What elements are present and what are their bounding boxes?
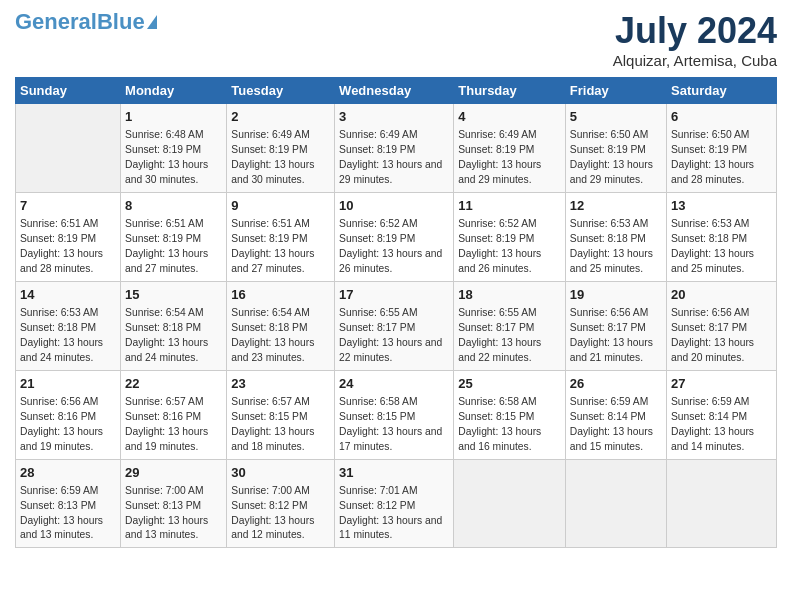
- day-number: 14: [20, 286, 116, 304]
- cell-info: Sunrise: 6:57 AMSunset: 8:16 PMDaylight:…: [125, 395, 222, 455]
- calendar-cell: [16, 104, 121, 193]
- col-monday: Monday: [121, 78, 227, 104]
- day-number: 29: [125, 464, 222, 482]
- day-number: 9: [231, 197, 330, 215]
- day-number: 21: [20, 375, 116, 393]
- calendar-cell: 18Sunrise: 6:55 AMSunset: 8:17 PMDayligh…: [454, 281, 566, 370]
- calendar-cell: 5Sunrise: 6:50 AMSunset: 8:19 PMDaylight…: [565, 104, 666, 193]
- cell-info: Sunrise: 7:00 AMSunset: 8:13 PMDaylight:…: [125, 484, 222, 544]
- calendar-table: Sunday Monday Tuesday Wednesday Thursday…: [15, 77, 777, 548]
- calendar-cell: 30Sunrise: 7:00 AMSunset: 8:12 PMDayligh…: [227, 459, 335, 548]
- cell-info: Sunrise: 6:51 AMSunset: 8:19 PMDaylight:…: [231, 217, 330, 277]
- cell-info: Sunrise: 6:59 AMSunset: 8:14 PMDaylight:…: [570, 395, 662, 455]
- calendar-cell: 31Sunrise: 7:01 AMSunset: 8:12 PMDayligh…: [335, 459, 454, 548]
- calendar-cell: 27Sunrise: 6:59 AMSunset: 8:14 PMDayligh…: [667, 370, 777, 459]
- cell-info: Sunrise: 6:52 AMSunset: 8:19 PMDaylight:…: [458, 217, 561, 277]
- cell-info: Sunrise: 6:53 AMSunset: 8:18 PMDaylight:…: [570, 217, 662, 277]
- calendar-cell: 25Sunrise: 6:58 AMSunset: 8:15 PMDayligh…: [454, 370, 566, 459]
- day-number: 12: [570, 197, 662, 215]
- day-number: 18: [458, 286, 561, 304]
- cell-info: Sunrise: 6:56 AMSunset: 8:17 PMDaylight:…: [671, 306, 772, 366]
- calendar-cell: [454, 459, 566, 548]
- cell-info: Sunrise: 6:54 AMSunset: 8:18 PMDaylight:…: [125, 306, 222, 366]
- calendar-week-1: 1Sunrise: 6:48 AMSunset: 8:19 PMDaylight…: [16, 104, 777, 193]
- cell-info: Sunrise: 6:49 AMSunset: 8:19 PMDaylight:…: [231, 128, 330, 188]
- cell-info: Sunrise: 6:54 AMSunset: 8:18 PMDaylight:…: [231, 306, 330, 366]
- cell-info: Sunrise: 6:59 AMSunset: 8:13 PMDaylight:…: [20, 484, 116, 544]
- calendar-cell: 1Sunrise: 6:48 AMSunset: 8:19 PMDaylight…: [121, 104, 227, 193]
- page: GeneralBlue July 2024 Alquizar, Artemisa…: [0, 0, 792, 558]
- calendar-cell: 28Sunrise: 6:59 AMSunset: 8:13 PMDayligh…: [16, 459, 121, 548]
- col-sunday: Sunday: [16, 78, 121, 104]
- calendar-cell: 13Sunrise: 6:53 AMSunset: 8:18 PMDayligh…: [667, 192, 777, 281]
- calendar-cell: 26Sunrise: 6:59 AMSunset: 8:14 PMDayligh…: [565, 370, 666, 459]
- cell-info: Sunrise: 6:51 AMSunset: 8:19 PMDaylight:…: [20, 217, 116, 277]
- calendar-cell: 10Sunrise: 6:52 AMSunset: 8:19 PMDayligh…: [335, 192, 454, 281]
- cell-info: Sunrise: 6:49 AMSunset: 8:19 PMDaylight:…: [339, 128, 449, 188]
- calendar-cell: 2Sunrise: 6:49 AMSunset: 8:19 PMDaylight…: [227, 104, 335, 193]
- calendar-cell: 22Sunrise: 6:57 AMSunset: 8:16 PMDayligh…: [121, 370, 227, 459]
- cell-info: Sunrise: 6:56 AMSunset: 8:17 PMDaylight:…: [570, 306, 662, 366]
- day-number: 13: [671, 197, 772, 215]
- calendar-cell: 16Sunrise: 6:54 AMSunset: 8:18 PMDayligh…: [227, 281, 335, 370]
- title-block: July 2024 Alquizar, Artemisa, Cuba: [613, 10, 777, 69]
- cell-info: Sunrise: 7:00 AMSunset: 8:12 PMDaylight:…: [231, 484, 330, 544]
- cell-info: Sunrise: 7:01 AMSunset: 8:12 PMDaylight:…: [339, 484, 449, 544]
- day-number: 22: [125, 375, 222, 393]
- day-number: 27: [671, 375, 772, 393]
- calendar-week-3: 14Sunrise: 6:53 AMSunset: 8:18 PMDayligh…: [16, 281, 777, 370]
- day-number: 28: [20, 464, 116, 482]
- day-number: 2: [231, 108, 330, 126]
- day-number: 24: [339, 375, 449, 393]
- cell-info: Sunrise: 6:59 AMSunset: 8:14 PMDaylight:…: [671, 395, 772, 455]
- calendar-cell: 12Sunrise: 6:53 AMSunset: 8:18 PMDayligh…: [565, 192, 666, 281]
- col-tuesday: Tuesday: [227, 78, 335, 104]
- calendar-week-2: 7Sunrise: 6:51 AMSunset: 8:19 PMDaylight…: [16, 192, 777, 281]
- calendar-cell: 7Sunrise: 6:51 AMSunset: 8:19 PMDaylight…: [16, 192, 121, 281]
- day-number: 6: [671, 108, 772, 126]
- day-number: 20: [671, 286, 772, 304]
- calendar-cell: 8Sunrise: 6:51 AMSunset: 8:19 PMDaylight…: [121, 192, 227, 281]
- calendar-cell: [565, 459, 666, 548]
- day-number: 16: [231, 286, 330, 304]
- day-number: 25: [458, 375, 561, 393]
- day-number: 4: [458, 108, 561, 126]
- logo: GeneralBlue: [15, 10, 157, 34]
- cell-info: Sunrise: 6:52 AMSunset: 8:19 PMDaylight:…: [339, 217, 449, 277]
- calendar-cell: 14Sunrise: 6:53 AMSunset: 8:18 PMDayligh…: [16, 281, 121, 370]
- calendar-cell: 4Sunrise: 6:49 AMSunset: 8:19 PMDaylight…: [454, 104, 566, 193]
- logo-text: GeneralBlue: [15, 10, 145, 34]
- day-number: 7: [20, 197, 116, 215]
- day-number: 10: [339, 197, 449, 215]
- cell-info: Sunrise: 6:49 AMSunset: 8:19 PMDaylight:…: [458, 128, 561, 188]
- cell-info: Sunrise: 6:53 AMSunset: 8:18 PMDaylight:…: [20, 306, 116, 366]
- day-number: 11: [458, 197, 561, 215]
- cell-info: Sunrise: 6:55 AMSunset: 8:17 PMDaylight:…: [458, 306, 561, 366]
- calendar-cell: 15Sunrise: 6:54 AMSunset: 8:18 PMDayligh…: [121, 281, 227, 370]
- day-number: 26: [570, 375, 662, 393]
- cell-info: Sunrise: 6:48 AMSunset: 8:19 PMDaylight:…: [125, 128, 222, 188]
- day-number: 19: [570, 286, 662, 304]
- location-subtitle: Alquizar, Artemisa, Cuba: [613, 52, 777, 69]
- day-number: 5: [570, 108, 662, 126]
- day-number: 31: [339, 464, 449, 482]
- cell-info: Sunrise: 6:50 AMSunset: 8:19 PMDaylight:…: [671, 128, 772, 188]
- calendar-cell: 21Sunrise: 6:56 AMSunset: 8:16 PMDayligh…: [16, 370, 121, 459]
- cell-info: Sunrise: 6:55 AMSunset: 8:17 PMDaylight:…: [339, 306, 449, 366]
- month-title: July 2024: [613, 10, 777, 52]
- calendar-week-4: 21Sunrise: 6:56 AMSunset: 8:16 PMDayligh…: [16, 370, 777, 459]
- cell-info: Sunrise: 6:53 AMSunset: 8:18 PMDaylight:…: [671, 217, 772, 277]
- calendar-cell: 19Sunrise: 6:56 AMSunset: 8:17 PMDayligh…: [565, 281, 666, 370]
- day-number: 8: [125, 197, 222, 215]
- cell-info: Sunrise: 6:58 AMSunset: 8:15 PMDaylight:…: [339, 395, 449, 455]
- cell-info: Sunrise: 6:58 AMSunset: 8:15 PMDaylight:…: [458, 395, 561, 455]
- day-number: 3: [339, 108, 449, 126]
- col-saturday: Saturday: [667, 78, 777, 104]
- calendar-cell: 23Sunrise: 6:57 AMSunset: 8:15 PMDayligh…: [227, 370, 335, 459]
- col-friday: Friday: [565, 78, 666, 104]
- header-row: Sunday Monday Tuesday Wednesday Thursday…: [16, 78, 777, 104]
- calendar-cell: 20Sunrise: 6:56 AMSunset: 8:17 PMDayligh…: [667, 281, 777, 370]
- cell-info: Sunrise: 6:51 AMSunset: 8:19 PMDaylight:…: [125, 217, 222, 277]
- day-number: 23: [231, 375, 330, 393]
- calendar-cell: 6Sunrise: 6:50 AMSunset: 8:19 PMDaylight…: [667, 104, 777, 193]
